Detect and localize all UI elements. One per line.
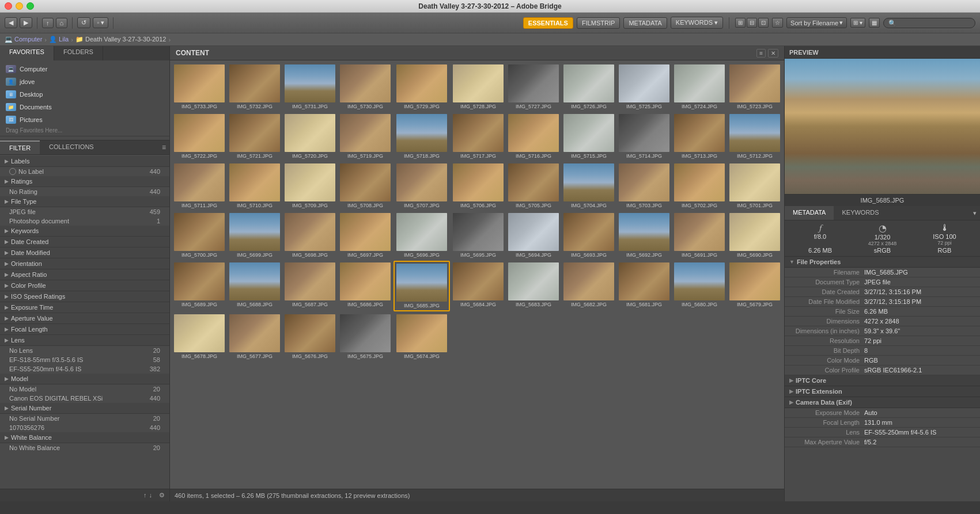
favorite-documents[interactable]: 📁 Documents bbox=[0, 101, 169, 113]
slideshow-view-button[interactable]: ⊡ bbox=[758, 18, 769, 28]
tab-favorites[interactable]: FAVORITES bbox=[0, 46, 54, 60]
sort-dropdown[interactable]: Sort by Filename ▾ bbox=[786, 17, 847, 28]
thumbnail-item[interactable]: IMG_5707.JPG bbox=[393, 162, 450, 210]
review-view-button[interactable]: ⊟ bbox=[747, 18, 757, 28]
thumbnail-item[interactable]: IMG_5721.JPG bbox=[228, 112, 282, 161]
favorite-desktop[interactable]: 🖥 Desktop bbox=[0, 88, 169, 101]
thumbnail-item[interactable]: IMG_5709.JPG bbox=[283, 162, 337, 210]
thumbnail-item[interactable]: IMG_5705.JPG bbox=[506, 162, 561, 210]
thumbnail-item[interactable]: IMG_5724.JPG bbox=[672, 63, 727, 111]
workspace-options-button[interactable]: ▦ bbox=[869, 18, 880, 28]
thumbnail-item[interactable]: IMG_5729.JPG bbox=[393, 63, 450, 111]
filter-no-serial[interactable]: No Serial Number20 bbox=[0, 414, 169, 423]
thumbnail-item[interactable]: IMG_5732.JPG bbox=[228, 63, 282, 111]
refresh-button[interactable]: ↺ bbox=[77, 17, 90, 28]
thumbnail-item[interactable]: IMG_5714.JPG bbox=[617, 112, 671, 161]
filter-serial1[interactable]: 1070356276440 bbox=[0, 423, 169, 432]
thumbnail-item[interactable]: IMG_5693.JPG bbox=[562, 211, 616, 260]
thumbnail-item[interactable]: IMG_5681.JPG bbox=[617, 261, 671, 311]
filter-focal-header[interactable]: ▶ Focal Length bbox=[0, 324, 169, 335]
thumbnail-item[interactable]: IMG_5728.JPG bbox=[451, 63, 505, 111]
thumbnail-item[interactable]: IMG_5702.JPG bbox=[672, 162, 727, 210]
thumbnail-item[interactable]: IMG_5708.JPG bbox=[338, 162, 392, 210]
iptc-extension-header[interactable]: ▶ IPTC Extension bbox=[785, 386, 980, 397]
filter-wb-header[interactable]: ▶ White Balance bbox=[0, 432, 169, 443]
thumbnail-item[interactable]: IMG_5710.JPG bbox=[228, 162, 282, 210]
thumbnail-item[interactable]: IMG_5680.JPG bbox=[672, 261, 727, 311]
thumbnail-item[interactable]: IMG_5722.JPG bbox=[172, 112, 226, 161]
filter-datecreated-header[interactable]: ▶ Date Created bbox=[0, 237, 169, 248]
thumbnail-item[interactable]: IMG_5727.JPG bbox=[506, 63, 561, 111]
navigate-button[interactable]: ◦ ▾ bbox=[93, 17, 108, 28]
filter-labels-header[interactable]: ▶ Labels bbox=[0, 156, 169, 167]
minimize-button[interactable] bbox=[16, 2, 23, 10]
thumbnail-item[interactable]: IMG_5717.JPG bbox=[451, 112, 505, 161]
thumbnail-item[interactable]: IMG_5689.JPG bbox=[172, 261, 226, 311]
essentials-button[interactable]: ESSENTIALS bbox=[523, 17, 573, 29]
thumbnail-item[interactable]: IMG_5694.JPG bbox=[506, 211, 561, 260]
tab-folders[interactable]: FOLDERS bbox=[54, 46, 103, 60]
thumbnail-item[interactable]: IMG_5731.JPG bbox=[283, 63, 337, 111]
bc-computer[interactable]: 💻 Computer bbox=[5, 36, 42, 43]
thumbnail-item[interactable]: IMG_5720.JPG bbox=[283, 112, 337, 161]
filter-no-lens[interactable]: No Lens20 bbox=[0, 346, 169, 355]
scroll-up-icon[interactable]: ↑ bbox=[143, 492, 147, 499]
filter-lens2[interactable]: EF-S55-250mm f/4-5.6 IS382 bbox=[0, 364, 169, 374]
filter-lens-header[interactable]: ▶ Lens bbox=[0, 335, 169, 346]
thumbnail-item[interactable]: IMG_5691.JPG bbox=[672, 211, 727, 260]
close-button[interactable] bbox=[5, 2, 12, 10]
star-filter-button[interactable]: ☆ bbox=[772, 18, 783, 28]
filter-iso-header[interactable]: ▶ ISO Speed Ratings bbox=[0, 291, 169, 302]
thumbnail-item[interactable]: IMG_5684.JPG bbox=[451, 261, 505, 311]
thumbnail-item[interactable]: IMG_5700.JPG bbox=[172, 211, 226, 260]
thumbnail-item[interactable]: IMG_5692.JPG bbox=[617, 211, 671, 260]
thumbnail-item[interactable]: IMG_5679.JPG bbox=[728, 261, 782, 311]
forward-button[interactable]: ▶ bbox=[20, 17, 32, 28]
meta-options-icon[interactable]: ▾ bbox=[973, 210, 977, 217]
thumbnail-item[interactable]: IMG_5723.JPG bbox=[728, 63, 782, 111]
thumbnail-item[interactable]: IMG_5690.JPG bbox=[728, 211, 782, 260]
bc-lila[interactable]: 👤 Lila bbox=[49, 36, 69, 43]
thumbnail-item[interactable]: IMG_5676.JPG bbox=[283, 313, 337, 361]
favorite-computer[interactable]: 💻 Computer bbox=[0, 63, 169, 75]
thumbnail-item[interactable]: IMG_5703.JPG bbox=[617, 162, 671, 210]
filter-colorprofile-header[interactable]: ▶ Color Profile bbox=[0, 280, 169, 291]
grid-view-button[interactable]: ⊞ bbox=[735, 18, 746, 28]
thumbnail-item[interactable]: IMG_5719.JPG bbox=[338, 112, 392, 161]
camera-data-header[interactable]: ▶ Camera Data (Exif) bbox=[785, 397, 980, 408]
thumbnail-item[interactable]: IMG_5674.JPG bbox=[393, 313, 450, 361]
filter-no-model[interactable]: No Model20 bbox=[0, 384, 169, 394]
filter-psd[interactable]: Photoshop document 1 bbox=[0, 216, 169, 226]
layout-options-button[interactable]: ⊞ ▾ bbox=[850, 18, 865, 28]
filter-no-label[interactable]: No Label 440 bbox=[0, 167, 169, 176]
filter-exposure-header[interactable]: ▶ Exposure Time bbox=[0, 302, 169, 313]
filter-settings-icon[interactable]: ⚙ bbox=[159, 492, 165, 499]
thumbnail-item[interactable]: IMG_5675.JPG bbox=[338, 313, 392, 361]
tab-metadata[interactable]: METADATA bbox=[785, 206, 834, 220]
favorite-pictures[interactable]: 🖼 Pictures bbox=[0, 113, 169, 126]
metadata-button[interactable]: METADATA bbox=[623, 17, 667, 29]
filter-options-icon[interactable]: ≡ bbox=[162, 143, 166, 151]
thumbnail-item[interactable]: IMG_5725.JPG bbox=[617, 63, 671, 111]
thumbnail-item[interactable]: IMG_5701.JPG bbox=[728, 162, 782, 210]
thumbnail-item[interactable]: IMG_5687.JPG bbox=[283, 261, 337, 311]
thumbnail-item[interactable]: IMG_5716.JPG bbox=[506, 112, 561, 161]
favorite-jdove[interactable]: 👤 jdove bbox=[0, 75, 169, 88]
tab-collections[interactable]: COLLECTIONS bbox=[40, 140, 103, 154]
thumbnail-item[interactable]: IMG_5713.JPG bbox=[672, 112, 727, 161]
thumbnail-item[interactable]: IMG_5704.JPG bbox=[562, 162, 616, 210]
content-close[interactable]: ✕ bbox=[768, 49, 778, 58]
filter-jpeg[interactable]: JPEG file 459 bbox=[0, 207, 169, 216]
iptc-core-header[interactable]: ▶ IPTC Core bbox=[785, 375, 980, 386]
reveal-button[interactable]: ⌂ bbox=[56, 18, 68, 28]
filter-datemodified-header[interactable]: ▶ Date Modified bbox=[0, 248, 169, 258]
thumbnail-item[interactable]: IMG_5695.JPG bbox=[451, 211, 505, 260]
up-button[interactable]: ↑ bbox=[42, 18, 54, 28]
thumbnail-item[interactable]: IMG_5686.JPG bbox=[338, 261, 392, 311]
filter-model1[interactable]: Canon EOS DIGITAL REBEL XSi440 bbox=[0, 394, 169, 403]
maximize-button[interactable] bbox=[27, 2, 34, 10]
filter-orientation-header[interactable]: ▶ Orientation bbox=[0, 258, 169, 269]
thumbnail-item[interactable]: IMG_5688.JPG bbox=[228, 261, 282, 311]
thumbnail-item[interactable]: IMG_5699.JPG bbox=[228, 211, 282, 260]
filter-model-header[interactable]: ▶ Model bbox=[0, 374, 169, 384]
